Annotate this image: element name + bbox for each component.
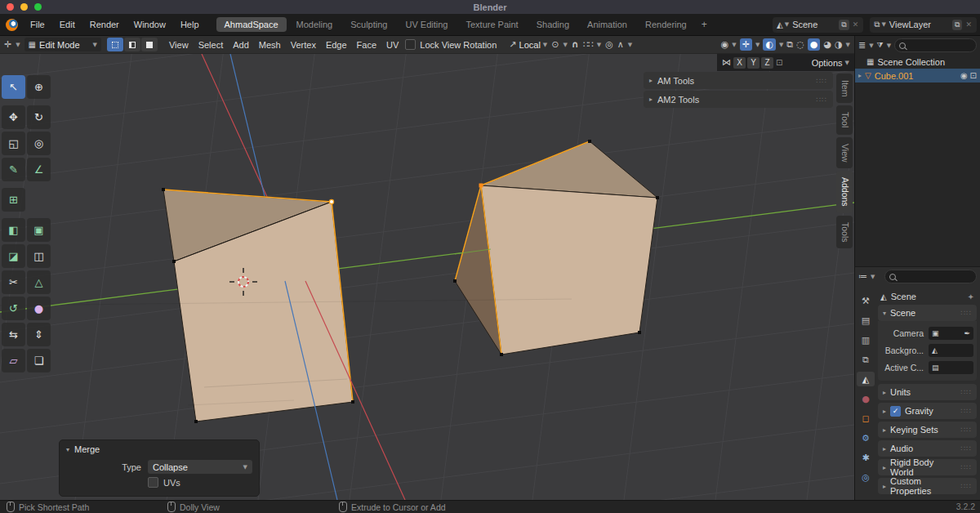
scene-panel-header[interactable]: ▾ Scene ∷∷ bbox=[878, 305, 977, 321]
panel-am2-tools[interactable]: ▸AM2 Tools∷∷ bbox=[644, 91, 833, 108]
tool-cursor-3d[interactable]: ⊕ bbox=[27, 75, 51, 99]
workspace-tab-rendering[interactable]: Rendering bbox=[637, 17, 695, 32]
tool-edge-slide[interactable]: ⇆ bbox=[2, 323, 25, 346]
add-workspace-button[interactable]: + bbox=[695, 19, 714, 30]
properties-tab-world[interactable]: ● bbox=[857, 391, 875, 406]
viewlayer-selector[interactable]: ⧉ ▼ ViewLayer ⧉ ✕ bbox=[870, 17, 977, 33]
properties-tab-output[interactable]: ▥ bbox=[857, 332, 875, 347]
merge-type-dropdown[interactable]: Collapse ▼ bbox=[148, 460, 252, 474]
face-select-button[interactable] bbox=[141, 38, 158, 51]
pivot-point-icon[interactable]: ⊙ bbox=[551, 39, 559, 50]
viewport-menu-uv[interactable]: UV bbox=[384, 40, 401, 50]
workspace-tab-animation[interactable]: Animation bbox=[579, 17, 635, 32]
workspace-tab-texture-paint[interactable]: Texture Paint bbox=[457, 17, 526, 32]
properties-tab-object[interactable]: ◻ bbox=[857, 411, 875, 426]
shading-solid-icon[interactable]: ● bbox=[808, 38, 821, 51]
property-field-active-c-[interactable]: ▤ bbox=[929, 361, 973, 374]
panel-units[interactable]: ▸Units∷∷ bbox=[878, 384, 977, 400]
panel-custom-properties[interactable]: ▸Custom Properties∷∷ bbox=[878, 478, 977, 494]
tool-annotate[interactable]: ✎ bbox=[2, 158, 25, 181]
gravity-checkbox[interactable]: ✓ bbox=[890, 406, 901, 417]
vertex-select-button[interactable] bbox=[107, 38, 123, 51]
properties-tab-scene[interactable]: ◭ bbox=[857, 372, 875, 386]
tool-poly-build[interactable]: △ bbox=[27, 270, 51, 294]
property-field-camera[interactable]: ▣✒ bbox=[929, 327, 973, 340]
tool-bevel[interactable]: ◪ bbox=[2, 244, 25, 268]
properties-tab-physics[interactable]: ◎ bbox=[857, 470, 875, 484]
unlink-scene-button[interactable]: ✕ bbox=[849, 20, 862, 29]
panel-audio[interactable]: ▸Audio∷∷ bbox=[878, 440, 977, 457]
selected-vertex-right[interactable] bbox=[479, 184, 483, 188]
mirror-axis-y-button[interactable]: Y bbox=[747, 57, 760, 69]
editor-type-icon[interactable]: ✛ bbox=[4, 39, 11, 50]
new-scene-button[interactable]: ⧉ bbox=[839, 20, 849, 30]
shading-rendered-icon[interactable]: ◑ bbox=[835, 39, 843, 50]
hide-viewport-icon[interactable]: ◉ bbox=[960, 71, 968, 80]
tool-add-cube[interactable]: ⊞ bbox=[2, 188, 25, 212]
proportional-editing-icon[interactable]: ◎ bbox=[605, 39, 613, 50]
selected-vertex[interactable] bbox=[329, 199, 333, 203]
scene-collection-row[interactable]: ▦ Scene Collection bbox=[855, 55, 980, 69]
tool-knife[interactable]: ✂ bbox=[2, 270, 25, 294]
properties-tab-tool[interactable]: ⚒ bbox=[857, 293, 875, 308]
tool-extrude-region[interactable]: ◧ bbox=[2, 218, 25, 242]
tool-measure[interactable]: ∠ bbox=[27, 158, 51, 181]
panel-keying-sets[interactable]: ▸Keying Sets∷∷ bbox=[878, 422, 977, 438]
properties-tab-particles[interactable]: ✱ bbox=[857, 450, 875, 465]
mirror-axis-z-button[interactable]: Z bbox=[761, 57, 773, 69]
panel-am-tools[interactable]: ▸AM Tools∷∷ bbox=[644, 72, 833, 89]
viewport-menu-mesh[interactable]: Mesh bbox=[256, 40, 283, 50]
tool-transform[interactable]: ◎ bbox=[27, 132, 51, 155]
viewport-menu-add[interactable]: Add bbox=[230, 40, 252, 50]
snap-magnet-icon[interactable]: ∩ bbox=[572, 39, 579, 50]
tool-select-tweak[interactable]: ↖ bbox=[2, 75, 25, 99]
outliner-search-input[interactable] bbox=[894, 38, 977, 52]
edge-select-button[interactable] bbox=[124, 38, 140, 51]
tool-shrink-fatten[interactable]: ⇕ bbox=[27, 323, 51, 346]
panel-expand-icon[interactable]: ▾ bbox=[66, 446, 69, 453]
viewport-menu-select[interactable]: Select bbox=[196, 40, 226, 50]
panel-gravity[interactable]: ▸✓Gravity∷∷ bbox=[878, 403, 977, 419]
shading-wireframe-icon[interactable]: ◌ bbox=[796, 39, 804, 50]
tool-smooth[interactable]: ● bbox=[27, 297, 51, 320]
workspace-tab-uv-editing[interactable]: UV Editing bbox=[397, 17, 456, 32]
viewport-menu-face[interactable]: Face bbox=[354, 40, 379, 50]
properties-tab-render[interactable]: ▤ bbox=[857, 313, 875, 328]
tool-loop-cut[interactable]: ◫ bbox=[27, 244, 51, 268]
mirror-axis-x-button[interactable]: X bbox=[733, 57, 746, 69]
workspace-tab-shading[interactable]: Shading bbox=[528, 17, 577, 32]
menu-edit[interactable]: Edit bbox=[52, 20, 82, 29]
viewport-menu-edge[interactable]: Edge bbox=[323, 40, 350, 50]
merge-uvs-checkbox[interactable] bbox=[148, 477, 158, 488]
viewport-3d[interactable]: ✛ ▼ ▦ Edit Mode ▼ ViewSelectAddMeshVerte… bbox=[0, 36, 854, 500]
sidebar-tab-view[interactable]: View bbox=[836, 137, 853, 169]
property-field-backgro-[interactable]: ◭ bbox=[929, 344, 973, 357]
outliner-object-row[interactable]: ▸ ▽ Cube.001 ◉ ⊡ bbox=[855, 69, 980, 83]
tool-rotate[interactable]: ↻ bbox=[27, 105, 51, 129]
orientation-dropdown[interactable]: ↗ Local ▼ bbox=[509, 39, 547, 50]
workspace-tab-ahmadspace[interactable]: AhmadSpace bbox=[216, 17, 287, 32]
panel-rigid-body-world[interactable]: ▸Rigid Body World∷∷ bbox=[878, 459, 977, 475]
gizmo-toggle-icon[interactable]: ✛ bbox=[740, 38, 752, 51]
outliner-editor-type-icon[interactable]: ≣ bbox=[858, 40, 866, 51]
pin-icon[interactable]: ✦ bbox=[968, 292, 974, 301]
sidebar-tab-tool[interactable]: Tool bbox=[836, 105, 853, 134]
properties-search-input[interactable] bbox=[884, 270, 977, 283]
snap-target-icon[interactable]: ⊡ bbox=[776, 58, 782, 67]
menu-window[interactable]: Window bbox=[127, 20, 173, 29]
sidebar-tab-tools[interactable]: Tools bbox=[836, 216, 853, 249]
lock-view-rotation-checkbox[interactable] bbox=[405, 39, 416, 50]
mesh-cube-left[interactable] bbox=[163, 190, 353, 422]
properties-editor-type-icon[interactable]: ≔ bbox=[858, 271, 867, 282]
workspace-tab-modeling[interactable]: Modeling bbox=[288, 17, 341, 32]
merge-operator-panel[interactable]: ▾ Merge Type Collapse ▼ UVs bbox=[59, 439, 260, 497]
eyedropper-icon[interactable]: ✒ bbox=[964, 329, 970, 337]
properties-tab-view-layer[interactable]: ⧉ bbox=[857, 352, 875, 367]
properties-tab-modifiers[interactable]: ⚙ bbox=[857, 430, 875, 445]
sidebar-tab-item[interactable]: Item bbox=[836, 74, 853, 103]
tool-spin[interactable]: ↺ bbox=[2, 297, 25, 320]
sidebar-tab-addons[interactable]: Addons bbox=[836, 171, 853, 213]
new-viewlayer-button[interactable]: ⧉ bbox=[952, 20, 962, 30]
tool-scale[interactable]: ◱ bbox=[2, 132, 25, 155]
viewport-menu-vertex[interactable]: Vertex bbox=[288, 40, 318, 50]
